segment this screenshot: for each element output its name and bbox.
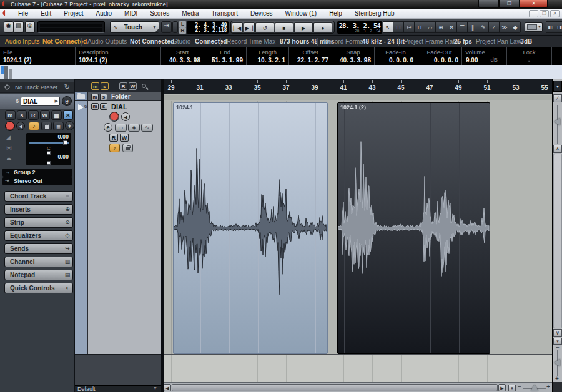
maximize-button[interactable]: ❐ (499, 0, 520, 8)
activate-project-button[interactable]: ◉ (4, 21, 14, 33)
audio-event[interactable]: 1024.1 (173, 102, 328, 354)
info-column[interactable]: Offset 22. 1. 2. 77 (289, 47, 332, 65)
empty-area-below-tracks[interactable] (164, 354, 552, 382)
autoscroll-button[interactable]: ⇥ (161, 21, 172, 33)
stop-button[interactable]: ■ (275, 22, 293, 33)
menu-item[interactable]: Devices (244, 10, 279, 17)
global-solo-button[interactable]: s (101, 82, 109, 90)
edit-channel-button[interactable]: e (62, 96, 72, 106)
cycle-button[interactable]: ↺ (255, 22, 274, 33)
waveform-zoom-thumb[interactable] (554, 118, 560, 125)
track-color-strip[interactable] (75, 101, 88, 354)
info-column[interactable]: Fade-Out 0. 0. 0. 0 (417, 47, 462, 65)
status-value[interactable]: Not Connected (42, 38, 87, 45)
volume-value[interactable]: 0.00 (57, 134, 69, 140)
track-name[interactable]: DIAL (111, 103, 127, 110)
menu-item[interactable]: Transport (205, 10, 244, 17)
ruler-options-button[interactable]: ▼ (553, 81, 562, 92)
zoom-tool-button[interactable]: ∕ (553, 94, 562, 102)
scroll-up-button[interactable]: ∧ (553, 145, 562, 153)
vertical-zoom-thumb[interactable] (554, 359, 560, 366)
input-routing-row[interactable]: → Group 2 (2, 169, 72, 177)
info-column[interactable]: Snap 40. 3. 3. 98 (332, 47, 375, 65)
tool-button[interactable]: ◆ (510, 21, 521, 33)
track-read-button[interactable]: R (109, 134, 118, 142)
nudge-start-left-button[interactable]: ◧ (546, 21, 555, 33)
lanes-button[interactable]: ▦ (53, 122, 64, 130)
inspector-section[interactable]: Notepad ▤ (4, 270, 73, 280)
audio-track-row[interactable]: 6 m s DIAL ◀ e ▭ ◈ ∿ R W ♪ (75, 101, 161, 354)
global-write-button[interactable]: W (129, 82, 137, 90)
inspector-section[interactable]: Strip ⊘ (4, 217, 73, 228)
info-column[interactable]: Description 1024.1 (2) (76, 47, 161, 65)
tool-button[interactable]: ↖ (383, 21, 393, 33)
tool-button[interactable]: ▱ (425, 21, 436, 33)
track-solo-button[interactable]: s (100, 103, 107, 110)
inspector-section[interactable]: Chord Track ≡ (4, 191, 73, 202)
folder-mute-button[interactable]: m (91, 94, 99, 100)
info-column[interactable]: Length 10. 3. 2. 1 (247, 47, 289, 65)
primary-time-display[interactable]: 28. 3. 2. 54 28. 3. 2. 54 (337, 21, 382, 34)
tool-button[interactable]: ∕ (489, 21, 500, 33)
zoom-preset-button[interactable]: ▼ (508, 385, 516, 391)
menu-item[interactable]: MIDI (118, 10, 144, 17)
autoscroll-options-button[interactable] (172, 21, 178, 33)
lock-button[interactable] (41, 122, 52, 130)
track-eq-state-button[interactable]: ◈ (128, 124, 140, 132)
minimize-button[interactable]: — (478, 0, 499, 8)
volume-slider-thumb[interactable] (63, 140, 67, 145)
menu-item[interactable]: Edit (34, 10, 57, 17)
locator-display[interactable]: 2. 4. 3. 49 2. 3. 2.118 (187, 21, 229, 34)
pan-slider-thumb[interactable] (47, 151, 51, 155)
status-value[interactable]: -3dB (518, 38, 532, 45)
track-write-button[interactable]: W (120, 134, 129, 142)
right-locator-value[interactable]: 2. 3. 2.118 (188, 27, 227, 33)
menu-item[interactable]: Project (57, 10, 89, 17)
monitor-button[interactable]: ◀ (16, 122, 25, 130)
track-preset-row[interactable]: No Track Preset ↻ (0, 82, 74, 93)
setup-window-layout-button[interactable]: ▤ (14, 21, 24, 33)
inspector-autofade-button[interactable]: ▦ (51, 110, 62, 120)
mdi-minimize-button[interactable]: – (529, 10, 538, 17)
info-column[interactable]: Volume 9.00 dB (462, 47, 507, 65)
global-read-button[interactable]: R (119, 82, 127, 90)
global-mute-button[interactable]: m (91, 82, 99, 90)
inspector-mute-button[interactable]: m (5, 110, 16, 120)
play-button[interactable]: ▶ (294, 22, 313, 33)
info-column[interactable]: End 51. 3. 1. 99 (204, 47, 247, 65)
horizontal-zoom-thumb[interactable] (531, 385, 538, 391)
info-column[interactable]: File 1024.1 (2) (0, 47, 76, 65)
track-send-state-button[interactable]: ∿ (141, 124, 153, 132)
tool-button[interactable]: ≫ (500, 21, 510, 33)
track-lock-button[interactable] (122, 144, 133, 152)
scroll-down-button[interactable]: ∨ (553, 329, 562, 337)
menu-item[interactable]: File (12, 10, 34, 17)
tool-button[interactable]: ☰ (457, 21, 468, 33)
scroll-left-button[interactable]: ◀ (164, 384, 171, 391)
goto-next-marker-button[interactable]: ▶▕ (244, 22, 255, 33)
folder-track-color[interactable] (75, 92, 88, 100)
scroll-right-button[interactable]: ▶ (498, 384, 506, 391)
search-icon[interactable] (142, 84, 146, 88)
folder-track-row[interactable]: m s Folder (75, 92, 161, 101)
record-button[interactable]: ● (313, 22, 332, 33)
status-value[interactable]: Connected (195, 38, 227, 45)
timebase-button[interactable]: ♪ (29, 122, 39, 130)
track-edit-button[interactable]: e (104, 123, 112, 132)
info-column[interactable]: Start 40. 3. 3. 98 (161, 47, 204, 65)
status-value[interactable]: Not Connected (130, 38, 174, 45)
inspector-section[interactable]: Equalizers ◇ (4, 230, 73, 241)
inspector-read-button[interactable]: R (28, 110, 39, 120)
track-mute-button[interactable]: m (91, 103, 99, 110)
timeline-ruler[interactable]: 2931333537394143454749515355 (164, 79, 552, 94)
track-timebase-button[interactable]: ♪ (109, 144, 120, 152)
delay-slider-thumb[interactable] (47, 161, 51, 165)
tool-button[interactable]: ∥ (468, 21, 478, 33)
project-overview-line[interactable] (0, 65, 562, 79)
menu-item[interactable]: Scores (144, 10, 175, 17)
tool-button[interactable]: ✂ (404, 21, 415, 33)
pan-value[interactable]: C (26, 145, 71, 151)
vertical-scroll-thumb[interactable] (553, 154, 562, 328)
track-insert-state-button[interactable]: ▭ (115, 124, 127, 132)
mdi-restore-button[interactable]: ❐ (540, 10, 549, 17)
